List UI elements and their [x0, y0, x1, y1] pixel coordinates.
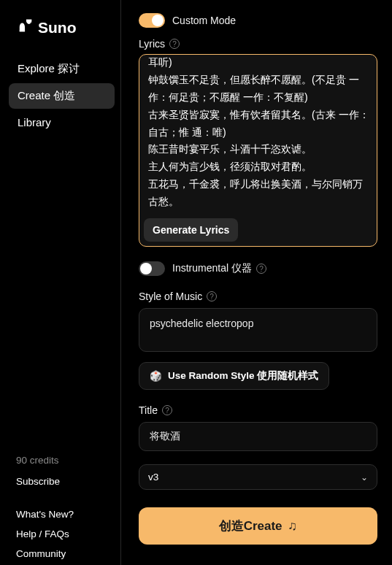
dice-icon: 🎲 — [150, 370, 162, 382]
subscribe-link[interactable]: Subscribe — [16, 476, 120, 487]
custom-mode-label: Custom Mode — [172, 15, 236, 26]
create-button-label: 创造Create — [219, 518, 283, 534]
credits-text: 90 credits — [16, 455, 120, 466]
random-style-label: Use Random Style 使用随机样式 — [168, 369, 318, 383]
version-value: v3 — [148, 472, 158, 483]
generate-lyrics-button[interactable]: Generate Lyrics — [144, 218, 238, 242]
logo-text: Suno — [38, 19, 77, 36]
custom-mode-toggle[interactable] — [139, 13, 165, 28]
style-input[interactable]: psychedelic electropop — [139, 308, 377, 352]
nav-explore[interactable]: Explore 探讨 — [0, 56, 120, 82]
style-label: Style of Music — [139, 291, 202, 302]
style-value: psychedelic electropop — [150, 318, 253, 329]
lyrics-container: Generate Lyrics — [139, 54, 377, 247]
title-label: Title — [139, 404, 158, 416]
instrumental-label: Instrumental 仪器 — [172, 262, 252, 275]
lyrics-label: Lyrics — [139, 38, 165, 50]
lyrics-textarea[interactable] — [141, 56, 375, 214]
random-style-button[interactable]: 🎲 Use Random Style 使用随机样式 — [139, 362, 329, 390]
nav-library[interactable]: Library — [0, 110, 120, 134]
instrumental-toggle[interactable] — [139, 261, 165, 276]
nav-explore-label: Explore 探讨 — [18, 62, 80, 74]
version-select[interactable]: v3 ⌄ — [139, 464, 377, 490]
nav-library-label: Library — [18, 116, 51, 128]
music-note-icon: ♫ — [288, 519, 298, 534]
title-input[interactable]: 将敬酒 — [139, 422, 377, 451]
nav-create-label: Create 创造 — [18, 89, 75, 101]
lyrics-help-icon[interactable]: ? — [169, 39, 180, 49]
whats-new-link[interactable]: What's New? — [16, 509, 120, 520]
title-value: 将敬酒 — [150, 430, 180, 443]
community-link[interactable]: Community — [16, 548, 120, 559]
create-button[interactable]: 创造Create ♫ — [139, 507, 377, 545]
chevron-down-icon: ⌄ — [361, 472, 368, 483]
title-help-icon[interactable]: ? — [162, 405, 172, 415]
logo[interactable]: Suno — [18, 18, 120, 37]
nav-create[interactable]: Create 创造 — [9, 83, 115, 109]
logo-icon — [18, 18, 34, 37]
help-link[interactable]: Help / FAQs — [16, 529, 120, 539]
instrumental-help-icon[interactable]: ? — [256, 264, 266, 274]
style-help-icon[interactable]: ? — [207, 291, 217, 301]
